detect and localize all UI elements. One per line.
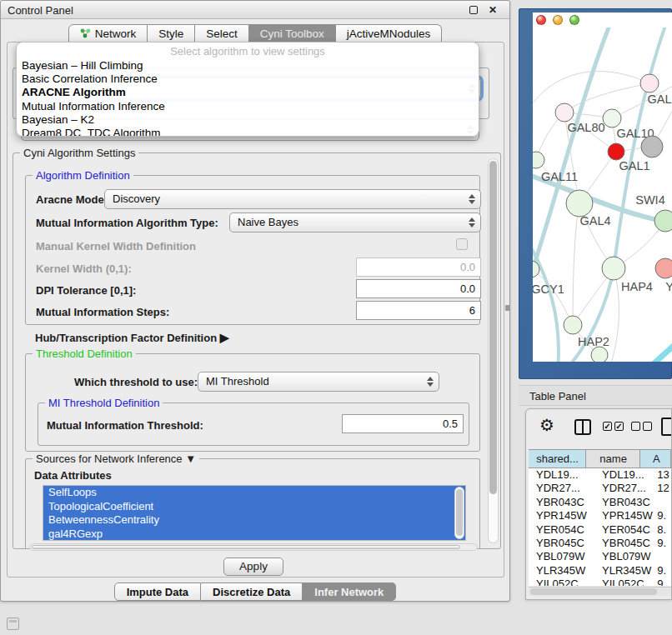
scrollbar-thumb[interactable] xyxy=(32,545,460,549)
table-cell: 13 xyxy=(654,468,671,482)
control-panel-tabs: NetworkStyleSelectCyni ToolboxjActiveMNo… xyxy=(1,24,509,42)
new-table-icon[interactable] xyxy=(661,418,672,436)
apply-button[interactable]: Apply xyxy=(223,558,283,576)
table-row[interactable]: YPR145WYPR145W9. xyxy=(529,509,671,522)
network-node[interactable] xyxy=(591,347,608,362)
algorithm-option[interactable]: Basic Correlation Inference xyxy=(21,72,474,86)
table-cell: 9. xyxy=(654,509,671,522)
algorithm-dropdown-popup: Select algorithm to view settings Bayesi… xyxy=(16,42,479,137)
kernel-width-field[interactable]: 0.0 xyxy=(356,258,481,277)
algorithm-option[interactable]: Bayesian – Hill Climbing xyxy=(21,59,474,72)
panel-splitter-handle[interactable] xyxy=(505,305,510,311)
table-hscrollbar[interactable] xyxy=(529,587,671,596)
tab-network[interactable]: Network xyxy=(68,24,148,42)
settings-scrollbar[interactable] xyxy=(488,158,499,543)
network-node-hap2[interactable] xyxy=(564,316,582,334)
zoom-traffic-light-icon[interactable] xyxy=(569,15,579,25)
table-cell: YBR045C xyxy=(594,537,654,550)
network-canvas-area[interactable]: GALGAL80GAL10GAL1GAL11GAL4SWI4GCY1HAP4YH… xyxy=(533,12,672,362)
tab-cyni-toolbox[interactable]: Cyni Toolbox xyxy=(249,24,336,42)
float-icon[interactable] xyxy=(469,6,478,14)
algorithm-option[interactable]: Mutual Information Inference xyxy=(21,100,474,113)
table-row[interactable]: YLR345WYLR345W9. xyxy=(529,564,671,578)
data-attribute-item[interactable]: TopologicalCoefficient xyxy=(43,500,465,514)
node-label: Y xyxy=(665,280,672,293)
algorithm-option[interactable]: Dream8 DC_TDC Algorithm xyxy=(21,127,474,137)
node-label: GAL1 xyxy=(619,159,649,172)
table-row[interactable]: YER054CYER054C8. xyxy=(529,523,671,537)
threshold-definition-group: Threshold Definition Which threshold to … xyxy=(25,353,480,452)
minimized-panel-icon[interactable] xyxy=(7,618,19,630)
data-attribute-item[interactable]: SelfLoops xyxy=(43,486,465,500)
tab-jactivemnodules[interactable]: jActiveMNodules xyxy=(336,24,443,42)
tab-impute-data[interactable]: Impute Data xyxy=(114,582,201,601)
algorithm-option[interactable]: ARACNE Algorithm xyxy=(21,86,474,99)
network-node-gal4[interactable] xyxy=(566,190,593,217)
tab-infer-network[interactable]: Infer Network xyxy=(303,582,396,601)
minimize-traffic-light-icon[interactable] xyxy=(553,15,563,25)
split-columns-icon[interactable] xyxy=(574,419,591,435)
tab-discretize-data[interactable]: Discretize Data xyxy=(201,582,303,601)
attributes-list-scrollbar[interactable] xyxy=(454,487,464,539)
network-graph[interactable]: GALGAL80GAL10GAL1GAL11GAL4SWI4GCY1HAP4YH… xyxy=(533,28,672,362)
collapse-arrow-icon[interactable]: ▼ xyxy=(185,452,196,465)
select-all-columns-icon[interactable]: ✓ ✓ xyxy=(603,422,624,431)
node-label: SWI4 xyxy=(635,193,664,207)
close-icon[interactable]: ✕ xyxy=(488,5,498,15)
tab-select[interactable]: Select xyxy=(195,24,249,42)
network-node-gal[interactable] xyxy=(640,74,659,92)
table-toolbar: ⚙ ✓ ✓ xyxy=(526,409,671,446)
table-row[interactable]: YDL19...YDL19...13 xyxy=(529,468,671,482)
network-icon xyxy=(80,28,91,38)
table-cell: 8. xyxy=(654,523,671,537)
cyni-mode-tabs: Impute DataDiscretize DataInfer Network xyxy=(1,582,509,601)
combo-arrows-icon xyxy=(426,376,434,388)
data-attribute-item[interactable]: BetweennessCentrality xyxy=(43,513,465,528)
manual-kernel-checkbox[interactable] xyxy=(456,238,468,250)
column-header-name[interactable]: name xyxy=(586,450,640,468)
cyni-algorithm-settings-group: Cyni Algorithm Settings Algorithm Defini… xyxy=(13,152,501,549)
mi-type-combo[interactable]: Naive Bayes xyxy=(229,212,481,232)
table-row[interactable]: YBL079WYBL079W xyxy=(529,550,671,563)
table-row[interactable]: YIL052CYIL052C9. xyxy=(529,578,671,586)
table-cell: YDR27... xyxy=(594,482,654,495)
expand-arrow-icon[interactable]: ▶ xyxy=(220,331,229,344)
column-header-a[interactable]: A xyxy=(640,450,671,468)
network-node-gal1[interactable] xyxy=(608,143,624,160)
tab-style[interactable]: Style xyxy=(148,24,195,42)
algorithm-option[interactable]: Bayesian – K2 xyxy=(21,113,474,127)
column-header-shared[interactable]: shared... xyxy=(529,450,586,468)
table-panel-title: Table Panel xyxy=(529,390,586,402)
table-cell: YDL19... xyxy=(529,468,594,482)
data-attribute-item[interactable]: gal4RGexp xyxy=(43,528,465,542)
scrollbar-thumb[interactable] xyxy=(456,489,463,536)
network-node-hap4[interactable] xyxy=(602,257,625,280)
aracne-mode-combo[interactable]: Discovery xyxy=(104,189,481,209)
network-node-gal80[interactable] xyxy=(555,103,574,122)
data-attributes-list[interactable]: SelfLoopsTopologicalCoefficientBetweenne… xyxy=(43,485,466,541)
deselect-all-columns-icon[interactable] xyxy=(631,422,652,431)
network-node-gal11[interactable] xyxy=(533,152,544,168)
gear-icon[interactable]: ⚙ xyxy=(539,417,554,433)
hub-definition-label[interactable]: Hub/Transcription Factor Definition ▶ xyxy=(35,331,229,344)
network-node-y[interactable] xyxy=(655,258,672,278)
network-node-swi4[interactable] xyxy=(654,210,672,232)
sources-group-title[interactable]: Sources for Network Inference ▼ xyxy=(33,452,199,465)
which-threshold-value: MI Threshold xyxy=(206,375,269,388)
close-traffic-light-icon[interactable] xyxy=(536,15,546,25)
window-title: Control Panel xyxy=(8,4,73,17)
which-threshold-combo[interactable]: MI Threshold xyxy=(198,372,439,392)
algorithm-options-list: Bayesian – Hill ClimbingBasic Correlatio… xyxy=(21,59,474,137)
dpi-tolerance-field[interactable]: 0.0 xyxy=(356,279,481,298)
mi-threshold-field[interactable]: 0.5 xyxy=(342,414,464,433)
scrollbar-thumb[interactable] xyxy=(489,161,497,494)
mi-steps-field[interactable]: 6 xyxy=(356,301,481,320)
network-view-window: GALGAL80GAL10GAL1GAL11GAL4SWI4GCY1HAP4YH… xyxy=(519,8,672,379)
network-node[interactable] xyxy=(641,136,663,158)
network-node-gal10[interactable] xyxy=(603,109,621,128)
attributes-hscrollbar[interactable] xyxy=(29,543,478,551)
table-row[interactable]: YDR27...YDR27...12 xyxy=(529,482,671,495)
scrollbar-thumb[interactable] xyxy=(530,588,657,595)
table-row[interactable]: YBR043CYBR043C xyxy=(529,496,671,509)
table-row[interactable]: YBR045CYBR045C9. xyxy=(529,537,671,550)
